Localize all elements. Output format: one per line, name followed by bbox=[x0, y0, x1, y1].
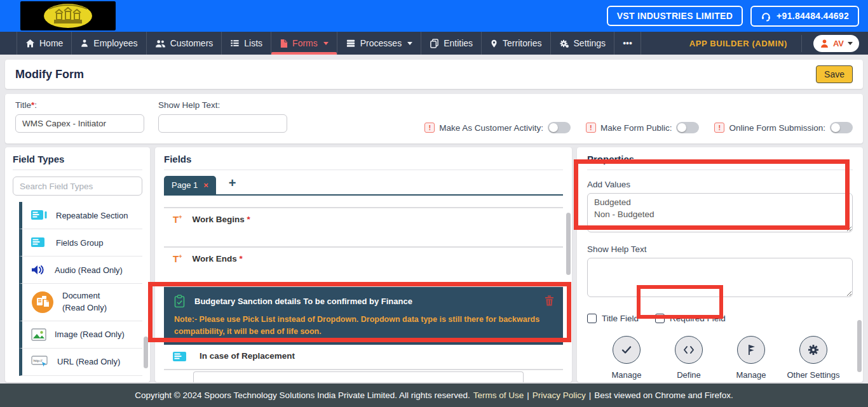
terms-link[interactable]: Terms of Use bbox=[473, 390, 524, 400]
text-field-icon: T+ bbox=[173, 215, 182, 224]
close-tab-icon[interactable]: × bbox=[203, 181, 208, 189]
checkbox-label: Title Field bbox=[602, 314, 639, 323]
required-star: * bbox=[239, 254, 242, 264]
field-type-label: Document (Read Only) bbox=[62, 290, 123, 314]
best-viewed-text: Best viewed on Chrome and Firefox. bbox=[594, 390, 733, 400]
action-label: Other Settings bbox=[787, 370, 839, 381]
nav-item-customers[interactable]: Customers bbox=[147, 32, 222, 55]
toggle-customer-activity: ! Make As Customer Activity: bbox=[424, 122, 571, 133]
nav-label: Territories bbox=[503, 38, 541, 48]
vst-logo[interactable] bbox=[20, 1, 116, 30]
other-settings-button[interactable]: Other Settings bbox=[783, 336, 844, 382]
field-row-replacement[interactable]: In case of Replacement bbox=[164, 345, 563, 370]
nav-item-forms[interactable]: Forms bbox=[271, 32, 337, 55]
nav-label: Home bbox=[39, 38, 63, 48]
title-field-checkbox[interactable] bbox=[587, 314, 597, 323]
form-title-input[interactable] bbox=[15, 114, 144, 133]
url-icon: http:// bbox=[31, 356, 49, 368]
toggle-form-public: ! Make Form Public: bbox=[586, 122, 700, 133]
nav-item-home[interactable]: Home bbox=[17, 32, 72, 55]
field-row-budgetary-sanction-selected[interactable]: Budgetary Sanction details To be confirm… bbox=[164, 287, 563, 345]
fields-group-icon bbox=[173, 351, 189, 363]
chevron-down-icon bbox=[407, 42, 412, 45]
form-meta-card: Title*: Show Help Text: ! Make As Custom… bbox=[5, 94, 863, 143]
required-star: * bbox=[247, 215, 250, 224]
fields-heading: Fields bbox=[164, 154, 563, 170]
customer-activity-toggle[interactable] bbox=[548, 122, 571, 133]
action-label: Define Conditions bbox=[658, 370, 719, 382]
field-type-url[interactable]: http:// URL (Read Only) bbox=[19, 349, 142, 376]
nav-label: Employees bbox=[93, 38, 137, 48]
check-icon bbox=[620, 344, 633, 356]
audio-icon bbox=[31, 264, 46, 276]
search-field-types-input[interactable] bbox=[13, 177, 142, 196]
form-public-toggle[interactable] bbox=[676, 122, 699, 133]
define-conditions-button[interactable]: Define Conditions bbox=[658, 336, 719, 382]
flag-icon bbox=[747, 344, 756, 356]
properties-heading: Properties bbox=[587, 154, 853, 170]
info-icon: ! bbox=[424, 123, 435, 133]
toggle-online-submission: ! Online Form Submission: bbox=[714, 122, 853, 133]
company-button[interactable]: VST INDUSTRIES LIMITED bbox=[607, 6, 743, 26]
nav-item-territories[interactable]: Territories bbox=[482, 32, 550, 55]
field-row-work-begins[interactable]: T+ Work Begins * bbox=[164, 208, 563, 248]
field-type-document[interactable]: Document (Read Only) bbox=[19, 284, 142, 321]
avatar[interactable]: AV bbox=[813, 35, 859, 52]
svg-text:http://: http:// bbox=[34, 358, 43, 362]
field-row-label: Work Begins * bbox=[192, 215, 250, 224]
nav-item-settings[interactable]: Settings bbox=[551, 32, 615, 55]
nav-item-entities[interactable]: Entities bbox=[421, 32, 482, 55]
repeatable-section-icon bbox=[31, 210, 48, 221]
stack-icon bbox=[346, 39, 356, 48]
text-field-icon: T+ bbox=[173, 254, 182, 264]
show-help-text-textarea[interactable] bbox=[587, 258, 853, 297]
field-row-label: In case of Replacement bbox=[200, 351, 295, 361]
title-label: Title*: bbox=[15, 100, 144, 110]
tab-page-1[interactable]: Page 1 × bbox=[164, 176, 216, 194]
field-type-label: Repeatable Section bbox=[56, 211, 128, 220]
support-phone-button[interactable]: +91.84484.44692 bbox=[750, 6, 859, 27]
list-icon bbox=[230, 39, 240, 48]
save-button[interactable]: Save bbox=[816, 65, 853, 83]
privacy-link[interactable]: Privacy Policy bbox=[532, 390, 586, 400]
copy-icon bbox=[430, 39, 439, 48]
field-row-work-ends[interactable]: T+ Work Ends * bbox=[164, 248, 563, 287]
manage-validations-button[interactable]: Manage Validations bbox=[596, 336, 657, 382]
add-page-button[interactable]: + bbox=[229, 177, 236, 193]
field-types-scrollbar[interactable] bbox=[144, 337, 148, 368]
top-bar: VST INDUSTRIES LIMITED +91.84484.44692 bbox=[0, 0, 868, 32]
tab-label: Page 1 bbox=[172, 180, 198, 190]
panels-row: Field Types Repeatable Section Fields Gr… bbox=[5, 147, 863, 382]
nav-label: Customers bbox=[170, 38, 214, 48]
properties-scrollbar[interactable] bbox=[857, 320, 862, 372]
chevron-down-icon bbox=[848, 42, 853, 45]
people-icon bbox=[155, 39, 166, 48]
field-type-repeatable-section[interactable]: Repeatable Section bbox=[19, 202, 142, 229]
help-text-input[interactable] bbox=[158, 114, 287, 133]
delete-field-icon[interactable] bbox=[545, 295, 554, 306]
gear-icon bbox=[559, 39, 569, 48]
nav-item-lists[interactable]: Lists bbox=[222, 32, 271, 55]
nested-field-input[interactable] bbox=[193, 371, 524, 382]
field-type-fields-group[interactable]: Fields Group bbox=[19, 229, 142, 257]
gear-icon bbox=[807, 344, 820, 356]
fields-scrollbar[interactable] bbox=[566, 213, 571, 275]
fields-group-icon bbox=[31, 237, 48, 248]
nav-item-more[interactable]: ••• bbox=[614, 32, 641, 55]
ellipsis-icon: ••• bbox=[623, 38, 632, 48]
field-types-heading: Field Types bbox=[13, 154, 142, 170]
field-type-image[interactable]: Image (Read Only) bbox=[19, 321, 142, 349]
headset-icon bbox=[761, 11, 771, 22]
required-field-checkbox[interactable] bbox=[655, 314, 665, 323]
nav-label: Settings bbox=[574, 38, 606, 48]
manage-restrictions-button[interactable]: Manage Restrictions bbox=[721, 336, 782, 382]
field-type-audio[interactable]: Audio (Read Only) bbox=[19, 257, 142, 284]
title-field-option: Title Field bbox=[587, 314, 639, 323]
vst-logo-emblem bbox=[30, 3, 106, 29]
fields-list: T+ Work Begins * T+ Work Ends * Budgetar… bbox=[164, 196, 563, 382]
add-values-textarea[interactable]: Budgeted Non - Budgeted bbox=[587, 193, 853, 232]
online-submission-toggle[interactable] bbox=[830, 122, 853, 133]
info-icon: ! bbox=[714, 123, 724, 133]
nav-item-employees[interactable]: Employees bbox=[72, 32, 146, 55]
nav-item-processes[interactable]: Processes bbox=[337, 32, 421, 55]
